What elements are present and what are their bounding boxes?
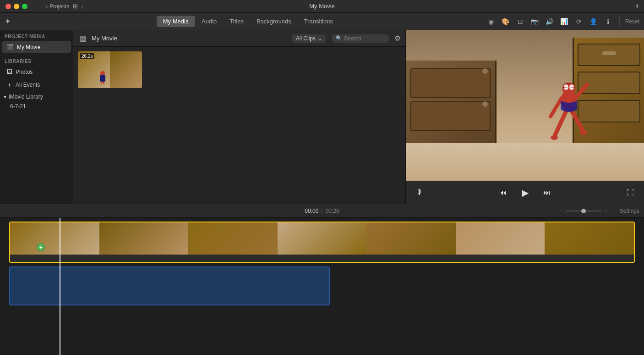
media-browser: ▤ My Movie All Clips ⌄ 🔍 ⚙ xyxy=(73,30,406,204)
reset-button[interactable]: Reset xyxy=(625,18,639,25)
timeline-tracks: 26.2s xyxy=(0,218,644,355)
svg-line-3 xyxy=(103,82,104,84)
back-button[interactable]: ‹ Projects xyxy=(27,3,69,10)
zoom-in-icon[interactable]: + xyxy=(605,208,607,213)
time-display: 00:00 / 00:26 xyxy=(305,208,339,214)
track-frame-7 xyxy=(545,222,634,262)
search-input[interactable] xyxy=(344,35,385,42)
microphone-button[interactable]: 🎙 xyxy=(413,186,426,199)
floor xyxy=(406,143,644,181)
forward-button[interactable]: ⏭ xyxy=(540,186,553,199)
svg-point-13 xyxy=(580,130,587,135)
video-track[interactable]: 26.2s xyxy=(9,222,635,263)
project-media-header: PROJECT MEDIA xyxy=(0,30,73,41)
sidebar-item-date[interactable]: 6-7-21 xyxy=(0,102,73,111)
clips-filter-label: All Clips xyxy=(296,35,316,42)
grid-icon: ⊞ xyxy=(73,3,78,10)
track-frame-1 xyxy=(10,222,99,262)
zoom-handle[interactable] xyxy=(581,209,586,213)
svg-line-8 xyxy=(551,98,562,116)
left-panel: PROJECT MEDIA 🎬 My Movie LIBRARIES 🖼 Pho… xyxy=(0,30,73,204)
svg-point-5 xyxy=(562,83,575,95)
camera-stabilize-icon[interactable]: 📷 xyxy=(529,16,540,27)
window-title: My Movie xyxy=(309,3,335,10)
tab-audio[interactable]: Audio xyxy=(195,16,223,27)
info-icon[interactable]: ℹ xyxy=(603,16,614,27)
media-browser-toolbar: ▤ My Movie All Clips ⌄ 🔍 ⚙ xyxy=(73,30,405,47)
add-cursor-dot: + xyxy=(37,243,45,251)
photos-label: Photos xyxy=(16,69,33,75)
divider xyxy=(619,17,620,26)
zoom-out-icon[interactable]: − xyxy=(560,208,562,213)
all-events-label: All Events xyxy=(16,82,40,88)
svg-line-10 xyxy=(555,110,567,135)
zoom-slider[interactable] xyxy=(565,211,602,211)
color-balance-icon[interactable]: ◉ xyxy=(486,16,497,27)
calendar-icon: ＋ xyxy=(6,81,12,89)
sidebar-item-all-events[interactable]: ＋ All Events xyxy=(2,78,71,91)
tab-titles[interactable]: Titles xyxy=(223,16,250,27)
browser-settings-icon[interactable]: ⚙ xyxy=(394,34,401,43)
playhead[interactable] xyxy=(60,218,60,355)
track-frame-3 xyxy=(188,222,278,262)
tab-backgrounds[interactable]: Backgrounds xyxy=(250,16,298,27)
close-button[interactable] xyxy=(5,4,11,9)
toolbar: ✦ My Media Audio Titles Backgrounds Tran… xyxy=(0,13,644,30)
tab-my-media[interactable]: My Media xyxy=(157,16,195,27)
title-bar: ‹ Projects ⊞ ↓ My Movie ⬆ xyxy=(0,0,644,13)
toolbar-tools: ◉ 🎨 ⊡ 📷 🔊 📊 ⟳ 👤 ℹ Reset xyxy=(486,16,644,27)
sidebar-item-my-movie[interactable]: 🎬 My Movie xyxy=(2,41,71,53)
sidebar-item-imovie-library[interactable]: ▾ iMovie Library xyxy=(0,92,73,102)
speed-icon[interactable]: ⟳ xyxy=(573,16,584,27)
chevron-down-icon: ⌄ xyxy=(317,35,322,42)
volume-icon[interactable]: 🔊 xyxy=(544,16,555,27)
clips-filter-dropdown[interactable]: All Clips ⌄ xyxy=(292,34,326,43)
play-button[interactable]: ▶ xyxy=(518,186,531,199)
imovie-library-label: iMovie Library xyxy=(9,94,43,100)
person-icon[interactable]: 👤 xyxy=(588,16,599,27)
sidebar-toggle-button[interactable]: ▤ xyxy=(78,33,88,44)
clip-thumbnail[interactable]: 26.2s xyxy=(78,51,142,88)
chevron-down-icon: ▾ xyxy=(4,94,6,100)
libraries-header: LIBRARIES xyxy=(0,55,73,66)
search-icon: 🔍 xyxy=(336,35,342,41)
date-label: 6-7-21 xyxy=(10,103,26,110)
svg-point-0 xyxy=(100,71,105,76)
preview-panel: 🎙 ⏮ ▶ ⏭ ⛶ xyxy=(406,30,644,204)
track-frame-5 xyxy=(366,222,456,262)
crop-icon[interactable]: ⊡ xyxy=(515,16,526,27)
maximize-button[interactable] xyxy=(22,4,27,9)
back-label: Projects xyxy=(49,3,69,10)
media-content: 26.2s xyxy=(73,47,405,204)
timeline-zoom: − + xyxy=(560,208,607,213)
track-frame-4 xyxy=(278,222,367,262)
share-icon[interactable]: ⬆ xyxy=(635,3,644,10)
svg-rect-1 xyxy=(100,75,105,82)
preview-canvas xyxy=(406,30,644,181)
track-frame-6 xyxy=(456,222,545,262)
fullscreen-button[interactable]: ⛶ xyxy=(624,186,637,199)
svg-line-9 xyxy=(576,84,587,97)
svg-point-12 xyxy=(551,135,558,140)
spiderman-figure xyxy=(541,75,596,150)
audio-track[interactable] xyxy=(9,266,330,305)
equalizer-icon[interactable]: 📊 xyxy=(559,16,570,27)
timeline-header: 00:00 / 00:26 − + Settings xyxy=(0,204,644,218)
chevron-left-icon: ‹ xyxy=(46,3,48,10)
track-frame-2 xyxy=(99,222,189,262)
media-tabs: My Media Audio Titles Backgrounds Transi… xyxy=(11,16,486,27)
timeline-settings-button[interactable]: Settings xyxy=(620,208,639,214)
photos-icon: 🖼 xyxy=(6,68,12,75)
minimize-button[interactable] xyxy=(14,4,19,9)
preview-video xyxy=(406,30,644,181)
time-separator: / xyxy=(321,208,322,214)
rewind-button[interactable]: ⏮ xyxy=(497,186,509,199)
tab-transitions[interactable]: Transitions xyxy=(298,16,339,27)
magic-wand-icon[interactable]: ✦ xyxy=(0,17,11,26)
my-movie-label: My Movie xyxy=(17,44,40,50)
preview-controls: 🎙 ⏮ ▶ ⏭ ⛶ xyxy=(406,181,644,204)
sidebar-item-photos[interactable]: 🖼 Photos xyxy=(2,66,71,78)
color-wheel-icon[interactable]: 🎨 xyxy=(500,16,511,27)
svg-line-11 xyxy=(571,110,583,130)
browser-title: My Movie xyxy=(92,35,117,42)
